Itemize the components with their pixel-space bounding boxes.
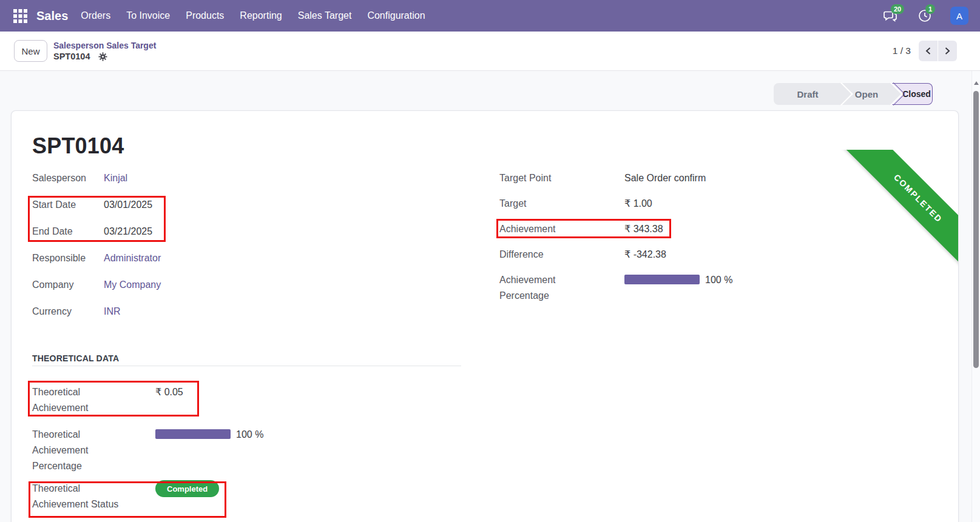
theoretical-field-group: Theoretical Achievement₹ 0.05Theoretical… (32, 384, 499, 512)
messages-button[interactable]: 20 (883, 8, 897, 23)
field-value[interactable]: ₹ 1.00 (624, 196, 652, 212)
field-value[interactable]: ₹ 0.05 (155, 384, 183, 416)
field-row: Target PointSale Order confirm (499, 170, 958, 186)
pager: 1 / 3 (893, 41, 957, 61)
apps-grid-icon[interactable] (13, 9, 27, 23)
field-label: Start Date (32, 197, 104, 213)
stage-draft[interactable]: Draft (774, 83, 842, 105)
nav-item-to-invoice[interactable]: To Invoice (118, 0, 178, 32)
control-panel: New Salesperson Sales Target SPT0104 1 /… (0, 32, 980, 71)
field-label: Difference (499, 247, 624, 263)
breadcrumb-parent-link[interactable]: Salesperson Sales Target (53, 41, 156, 50)
right-field-group: Target PointSale Order confirmTarget₹ 1.… (499, 170, 958, 522)
new-button[interactable]: New (14, 40, 47, 62)
field-row: ResponsibleAdministrator (32, 250, 499, 266)
section-divider (32, 366, 461, 366)
field-label: Target Point (499, 170, 624, 186)
progress-bar (624, 275, 700, 284)
field-label: Company (32, 277, 104, 293)
field-row: Target₹ 1.00 (499, 196, 958, 212)
breadcrumb-current: SPT0104 (53, 52, 90, 62)
field-value[interactable]: ₹ 343.38 (624, 221, 663, 237)
field-value[interactable]: 03/21/2025 (104, 224, 152, 239)
messages-badge: 20 (891, 4, 904, 14)
nav-item-configuration[interactable]: Configuration (359, 0, 433, 32)
field-value-link[interactable]: Kinjal (104, 170, 127, 186)
gear-icon[interactable] (98, 52, 107, 61)
statusbar: Draft Open Closed (774, 83, 933, 105)
main-content: Draft Open Closed COMPLETED SPT0104 Sale… (0, 71, 980, 522)
field-value-link[interactable]: Administrator (104, 250, 161, 266)
field-row: CompanyMy Company (32, 277, 499, 293)
user-avatar[interactable]: A (950, 7, 968, 25)
field-row: Theoretical Achievement₹ 0.05 (32, 384, 499, 416)
field-row: CurrencyINR (32, 304, 499, 320)
nav-item-reporting[interactable]: Reporting (232, 0, 289, 32)
status-badge: Completed (155, 480, 219, 497)
pager-next-button[interactable] (938, 41, 957, 61)
field-row: Difference₹ -342.38 (499, 247, 958, 263)
field-label: Theoretical Achievement (32, 384, 155, 416)
field-row: Start Date03/01/2025 (32, 197, 499, 213)
nav-item-products[interactable]: Products (178, 0, 232, 32)
field-row: Achievement Percentage100 % (499, 272, 958, 304)
field-row: End Date03/21/2025 (32, 224, 499, 239)
field-row: SalespersonKinjal (32, 170, 499, 186)
progress-field: 100 % (624, 272, 732, 304)
record-title: SPT0104 (32, 135, 958, 158)
field-row: Theoretical Achievement StatusCompleted (32, 481, 499, 512)
nav-item-orders[interactable]: Orders (73, 0, 118, 32)
field-label: Target (499, 196, 624, 212)
field-row: Theoretical Achievement Percentage100 % (32, 427, 499, 474)
scrollbar-thumb[interactable] (973, 91, 979, 368)
progress-field: 100 % (155, 427, 263, 474)
top-navbar: Sales OrdersTo InvoiceProductsReportingS… (0, 0, 980, 32)
left-field-group: SalespersonKinjalStart Date03/01/2025End… (32, 170, 499, 320)
field-row: Achievement₹ 343.38 (499, 221, 958, 237)
progress-bar (155, 429, 231, 439)
activities-button[interactable]: 1 (917, 8, 932, 23)
vertical-scrollbar[interactable] (972, 71, 980, 522)
field-label: Theoretical Achievement Percentage (32, 427, 155, 474)
field-label: End Date (32, 224, 104, 239)
field-label: Salesperson (32, 170, 104, 186)
field-label: Achievement (499, 221, 624, 237)
pager-count: 1 / 3 (893, 45, 911, 56)
progress-value: 100 % (705, 272, 732, 304)
nav-item-sales-target[interactable]: Sales Target (290, 0, 360, 32)
field-label: Theoretical Achievement Status (32, 481, 155, 512)
field-label: Responsible (32, 250, 104, 266)
pager-previous-button[interactable] (919, 41, 938, 61)
field-value[interactable]: 03/01/2025 (104, 197, 152, 213)
scrollbar-up-arrow[interactable] (974, 81, 979, 85)
form-sheet: COMPLETED SPT0104 SalespersonKinjalStart… (11, 110, 959, 522)
section-title: THEORETICAL DATA (32, 353, 499, 363)
nav-menu: OrdersTo InvoiceProductsReportingSales T… (73, 0, 433, 32)
breadcrumb: Salesperson Sales Target SPT0104 (53, 41, 156, 62)
progress-value: 100 % (236, 427, 263, 474)
field-value[interactable]: Sale Order confirm (624, 170, 706, 186)
field-value-link[interactable]: INR (104, 304, 121, 320)
stage-closed[interactable]: Closed (891, 83, 933, 105)
field-label: Achievement Percentage (499, 272, 624, 304)
field-label: Currency (32, 304, 104, 320)
field-value-link[interactable]: My Company (104, 277, 161, 293)
field-value[interactable]: ₹ -342.38 (624, 247, 666, 263)
app-brand[interactable]: Sales (36, 9, 68, 23)
activities-badge: 1 (925, 4, 935, 14)
